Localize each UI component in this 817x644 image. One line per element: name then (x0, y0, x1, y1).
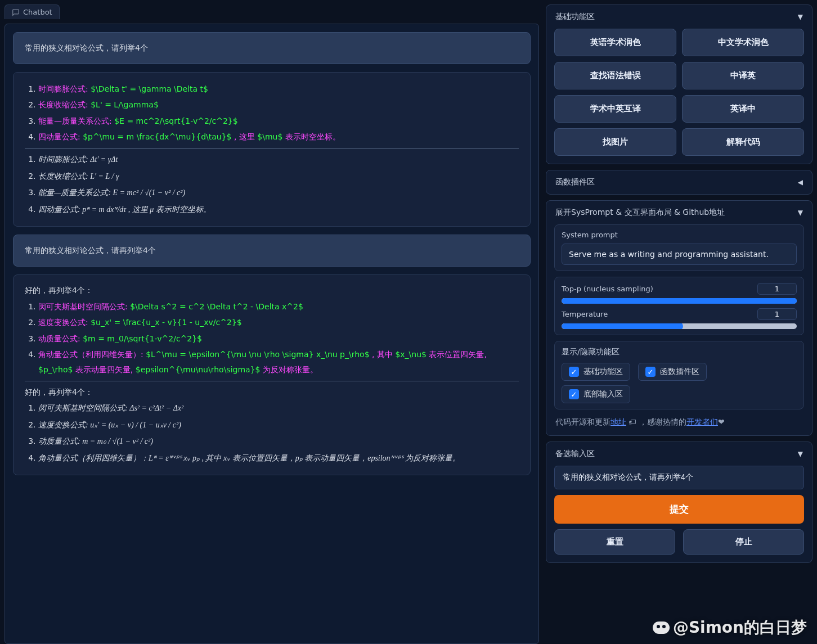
tab-label: Chatbot (23, 8, 52, 16)
list-item: 闵可夫斯基时空间隔公式: Δs² = c²Δt² − Δx² (38, 400, 519, 416)
display-toggles: 显示/隐藏功能区 ✓ 基础功能区 ✓ 函数插件区 ✓ 底部输入区 (554, 341, 804, 409)
alt-input-panel: 备选输入区 ▼ 提交 重置 停止 (546, 442, 812, 563)
chk-basic[interactable]: ✓ 基础功能区 (562, 363, 630, 381)
chk-label: 底部输入区 (583, 389, 623, 399)
panel-title: 函数插件区 (555, 177, 595, 187)
sys-prompt-input[interactable]: Serve me as a writing and programming as… (562, 244, 797, 265)
formula-list-raw: 时间膨胀公式: $\Delta t' = \gamma \Delta t$ 长度… (25, 82, 519, 145)
system-prompt-box: System prompt Serve me as a writing and … (554, 224, 804, 271)
list-item: 四动量公式: $p^\mu = m \frac{dx^\mu}{d\tau}$ … (38, 129, 519, 145)
list-item: 速度变换公式: $u_x' = \frac{u_x - v}{1 - u_xv/… (38, 315, 519, 330)
sliders-box: Top-p (nucleus sampling) 1 Temperature 1 (554, 277, 804, 335)
chk-label: 函数插件区 (660, 367, 699, 377)
topp-label: Top-p (nucleus sampling) (562, 285, 653, 293)
chk-plugins[interactable]: ✓ 函数插件区 (638, 363, 707, 381)
list-item: 角动量公式（利用四维矢量）: $L^\mu = \epsilon^{\mu \n… (38, 347, 519, 377)
fn-btn-english-polish[interactable]: 英语学术润色 (554, 29, 676, 56)
user-message: 常用的狭义相对论公式，请再列举4个 (13, 235, 531, 267)
assistant-message: 好的，再列举4个： 闵可夫斯基时空间隔公式: $\Delta s^2 = c^2… (13, 274, 531, 476)
list-item: 时间膨胀公式: $\Delta t' = \gamma \Delta t$ (38, 82, 519, 97)
list-item: 速度变换公式: uₓ′ = (uₓ − v) / (1 − uₓv / c²) (38, 417, 519, 433)
basic-panel: 基础功能区 ▼ 英语学术润色 中文学术润色 查找语法错误 中译英 学术中英互译 … (546, 4, 812, 164)
fn-btn-chinese-polish[interactable]: 中文学术润色 (682, 29, 804, 56)
tab-chatbot[interactable]: Chatbot (5, 4, 60, 19)
contributors-link[interactable]: 开发者们 (686, 417, 718, 426)
fn-btn-find-image[interactable]: 找图片 (554, 128, 676, 156)
message-text: 常用的狭义相对论公式，请列举4个 (25, 43, 148, 52)
list-item: 能量—质量关系公式: E = mc² / √(1 − v² / c²) (38, 185, 519, 201)
sys-prompt-label: System prompt (562, 231, 797, 239)
fn-btn-en-to-zh[interactable]: 英译中 (682, 95, 804, 123)
divider (25, 148, 519, 148)
chat-area[interactable]: 常用的狭义相对论公式，请列举4个 时间膨胀公式: $\Delta t' = \g… (5, 24, 539, 644)
chat-icon (12, 8, 20, 16)
message-text: 常用的狭义相对论公式，请再列举4个 (25, 246, 156, 255)
panel-title: 基础功能区 (555, 12, 595, 22)
list-item: 闵可夫斯基时空间隔公式: $\Delta s^2 = c^2 \Delta t^… (38, 299, 519, 314)
collapse-toggle[interactable]: ▼ (798, 450, 803, 458)
sysprompt-panel: 展开SysPrompt & 交互界面布局 & Github地址 ▼ System… (546, 200, 812, 436)
assistant-message: 时间膨胀公式: $\Delta t' = \gamma \Delta t$ 长度… (13, 72, 531, 227)
fn-btn-academic-bitrans[interactable]: 学术中英互译 (554, 95, 676, 123)
divider (25, 381, 519, 381)
alt-input-field[interactable] (554, 466, 804, 489)
list-item: 能量—质量关系公式: $E = mc^2/\sqrt{1-v^2/c^2}$ (38, 114, 519, 129)
footer-note: 代码开源和更新地址 🏷 ，感谢热情的开发者们❤ (554, 415, 804, 427)
stop-button[interactable]: 停止 (683, 529, 804, 555)
repo-link[interactable]: 地址 (610, 417, 626, 426)
user-message: 常用的狭义相对论公式，请列举4个 (13, 32, 531, 64)
display-title: 显示/隐藏功能区 (562, 347, 797, 357)
intro-text: 好的，再列举4个： (25, 283, 519, 298)
temp-label: Temperature (562, 310, 608, 318)
tab-bar: Chatbot (5, 4, 539, 19)
list-item: 长度收缩公式: $L' = L/\gamma$ (38, 97, 519, 112)
reset-button[interactable]: 重置 (554, 529, 675, 555)
submit-button[interactable]: 提交 (554, 495, 804, 524)
collapse-toggle[interactable]: ▼ (798, 209, 803, 217)
list-item: 角动量公式（利用四维矢量）：Lᶰ = εᶰᵛᵖˢ xᵥ pₚ , 其中 xᵥ 表… (38, 451, 519, 466)
list-item: 四动量公式: pᶰ = m dxᶰ/dτ , 这里 μ 表示时空坐标。 (38, 202, 519, 218)
panel-title: 展开SysPrompt & 交互界面布局 & Github地址 (555, 208, 725, 218)
temp-slider[interactable] (562, 323, 797, 329)
topp-slider[interactable] (562, 298, 797, 304)
formula-list-rendered: 闵可夫斯基时空间隔公式: Δs² = c²Δt² − Δx² 速度变换公式: u… (25, 400, 519, 466)
chk-bottom-input[interactable]: ✓ 底部输入区 (562, 385, 630, 403)
list-item: 长度收缩公式: L′ = L / γ (38, 169, 519, 184)
collapse-toggle[interactable]: ▼ (798, 13, 803, 21)
fn-btn-zh-to-en[interactable]: 中译英 (682, 62, 804, 89)
chk-label: 基础功能区 (583, 367, 623, 377)
temp-value[interactable]: 1 (757, 308, 797, 320)
formula-list-raw: 闵可夫斯基时空间隔公式: $\Delta s^2 = c^2 \Delta t^… (25, 299, 519, 377)
intro-text: 好的，再列举4个： (25, 385, 519, 400)
topp-value[interactable]: 1 (757, 283, 797, 295)
plugin-panel: 函数插件区 ◀ (546, 170, 812, 195)
list-item: 动质量公式: m = m₀ / √(1 − v² / c²) (38, 434, 519, 449)
check-icon: ✓ (645, 367, 656, 377)
panel-title: 备选输入区 (555, 449, 595, 459)
expand-toggle[interactable]: ◀ (798, 178, 803, 186)
check-icon: ✓ (569, 389, 579, 399)
fn-btn-explain-code[interactable]: 解释代码 (682, 128, 804, 156)
list-item: 时间膨胀公式: Δt′ = γΔt (38, 152, 519, 168)
check-icon: ✓ (569, 367, 579, 377)
list-item: 动质量公式: $m = m_0/\sqrt{1-v^2/c^2}$ (38, 331, 519, 346)
formula-list-rendered: 时间膨胀公式: Δt′ = γΔt 长度收缩公式: L′ = L / γ 能量—… (25, 152, 519, 217)
fn-btn-grammar-check[interactable]: 查找语法错误 (554, 62, 676, 89)
